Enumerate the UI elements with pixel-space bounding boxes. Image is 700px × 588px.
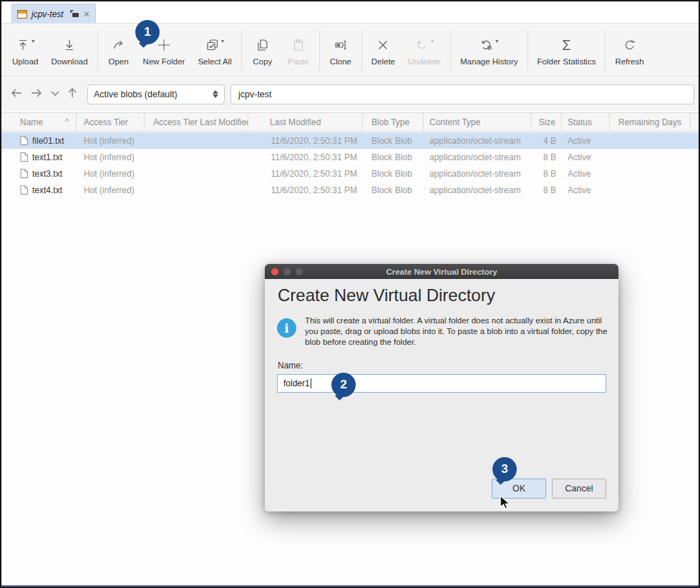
- column-header-last-modified[interactable]: Last Modified: [248, 113, 363, 131]
- dialog-heading: Create New Virtual Directory: [278, 285, 495, 305]
- close-window-button[interactable]: [271, 268, 278, 275]
- file-icon: [20, 152, 28, 162]
- download-button[interactable]: Download: [44, 32, 94, 69]
- table-row[interactable]: text1.txt Hot (inferred) 11/6/2020, 2:50…: [1, 149, 699, 165]
- column-header-remaining-days[interactable]: Remaining Days: [610, 113, 691, 131]
- refresh-label: Refresh: [615, 57, 643, 66]
- app-window: jcpv-test ✕ ▾ Upload Download Open: [0, 0, 700, 588]
- toolbar-separator: [528, 30, 528, 70]
- column-header-access-tier-last-modified[interactable]: Access Tier Last Modified: [145, 113, 248, 131]
- blob-filter-value: Active blobs (default): [94, 89, 213, 99]
- manage-history-button[interactable]: ▾ Manage History: [454, 32, 525, 69]
- paste-icon: [291, 35, 306, 55]
- tab-jcpv-test[interactable]: jcpv-test ✕: [11, 4, 96, 24]
- column-header-content-type[interactable]: Content Type: [424, 113, 531, 131]
- manage-history-label: Manage History: [460, 57, 518, 66]
- container-icon: [17, 10, 27, 19]
- dialog-info-text: This will create a virtual folder. A vir…: [305, 315, 614, 348]
- upload-label: Upload: [12, 57, 38, 66]
- download-icon: [62, 35, 77, 55]
- mouse-cursor-icon: [499, 495, 513, 515]
- text-cursor: [311, 378, 311, 388]
- table-header: Name ^ Access Tier Access Tier Last Modi…: [1, 112, 699, 132]
- step-badge-3: 3: [492, 457, 517, 481]
- sigma-icon: Σ: [562, 35, 570, 55]
- clone-icon: [334, 35, 348, 55]
- file-icon: [20, 169, 28, 178]
- tab-bar: jcpv-test ✕: [1, 1, 699, 24]
- table-row[interactable]: text3.txt Hot (inferred) 11/6/2020, 2:50…: [1, 165, 699, 182]
- column-header-name[interactable]: Name ^: [1, 113, 77, 131]
- cancel-button[interactable]: Cancel: [552, 479, 606, 499]
- clone-label: Clone: [330, 57, 351, 66]
- file-icon: [20, 136, 28, 145]
- delete-label: Delete: [371, 57, 395, 66]
- copy-button[interactable]: Copy: [245, 32, 281, 69]
- toolbar-separator: [361, 30, 362, 70]
- step-badge-1: 1: [135, 20, 160, 44]
- column-header-blob-type[interactable]: Blob Type: [363, 113, 424, 131]
- select-all-button[interactable]: ▾ Select All: [191, 32, 238, 69]
- sort-ascending-icon: ^: [65, 118, 69, 126]
- step-badge-2: 2: [331, 373, 356, 397]
- forward-button[interactable]: [30, 87, 43, 102]
- refresh-button[interactable]: Refresh: [608, 32, 650, 69]
- table-row[interactable]: text4.txt Hot (inferred) 11/6/2020, 2:50…: [1, 182, 699, 198]
- new-folder-label: New Folder: [143, 57, 185, 66]
- undelete-button: ▾ Undelete: [402, 32, 447, 69]
- chevron-down-icon[interactable]: [50, 87, 60, 102]
- paste-button: Paste: [281, 32, 316, 69]
- up-directory-button[interactable]: [67, 87, 77, 102]
- open-icon: [112, 35, 126, 55]
- upload-icon: ▾: [16, 35, 34, 55]
- path-input[interactable]: jcpv-test: [230, 84, 694, 104]
- clone-button[interactable]: Clone: [323, 32, 359, 69]
- upload-button[interactable]: ▾ Upload: [6, 32, 44, 69]
- toolbar-separator: [319, 30, 320, 70]
- toolbar-separator: [450, 30, 451, 70]
- column-header-access-tier[interactable]: Access Tier: [77, 113, 145, 131]
- table-row[interactable]: file01.txt Hot (inferred) 11/6/2020, 2:5…: [1, 132, 699, 149]
- info-icon: i: [277, 318, 296, 338]
- column-header-status[interactable]: Status: [562, 113, 610, 131]
- select-stepper-icon: [213, 90, 218, 98]
- select-all-icon: ▾: [205, 35, 224, 55]
- tab-title: jcpv-test: [31, 9, 66, 19]
- select-all-caret-icon: ▾: [221, 38, 224, 44]
- folder-statistics-button[interactable]: Σ Folder Statistics: [531, 32, 603, 69]
- toolbar-separator: [97, 30, 98, 70]
- name-field-label: Name:: [278, 361, 303, 371]
- toolbar: ▾ Upload Download Open New Folder: [1, 24, 699, 77]
- manage-history-caret-icon: ▾: [495, 38, 498, 44]
- delete-button[interactable]: Delete: [365, 32, 402, 69]
- minimize-window-button: [283, 268, 291, 275]
- select-all-label: Select All: [198, 57, 231, 66]
- folder-statistics-label: Folder Statistics: [538, 57, 596, 66]
- lease-indicator-icon: [70, 10, 79, 18]
- create-virtual-directory-dialog: Create New Virtual Directory Create New …: [265, 264, 618, 511]
- name-input[interactable]: folder1: [277, 374, 606, 393]
- refresh-icon: [623, 35, 637, 55]
- tab-close-icon[interactable]: ✕: [83, 10, 90, 19]
- open-button[interactable]: Open: [101, 32, 137, 69]
- maximize-window-button: [296, 268, 303, 275]
- bottom-accent-line: [1, 585, 699, 587]
- back-button[interactable]: [10, 87, 23, 102]
- toolbar-separator: [241, 30, 242, 70]
- copy-label: Copy: [253, 57, 272, 66]
- copy-icon: [256, 35, 270, 55]
- undelete-caret-icon: ▾: [431, 38, 434, 44]
- toolbar-separator: [605, 30, 606, 70]
- dialog-window-title: Create New Virtual Directory: [386, 268, 497, 276]
- name-input-value: folder1: [283, 378, 310, 388]
- column-header-size[interactable]: Size: [531, 113, 562, 131]
- paste-label: Paste: [288, 57, 308, 66]
- new-folder-icon: [156, 35, 172, 55]
- upload-caret-icon: ▾: [31, 38, 34, 44]
- open-label: Open: [109, 57, 129, 66]
- undelete-label: Undelete: [408, 57, 441, 66]
- dialog-titlebar[interactable]: Create New Virtual Directory: [265, 264, 618, 279]
- blob-filter-select[interactable]: Active blobs (default): [87, 84, 225, 104]
- delete-icon: [376, 35, 390, 55]
- file-icon: [20, 185, 28, 195]
